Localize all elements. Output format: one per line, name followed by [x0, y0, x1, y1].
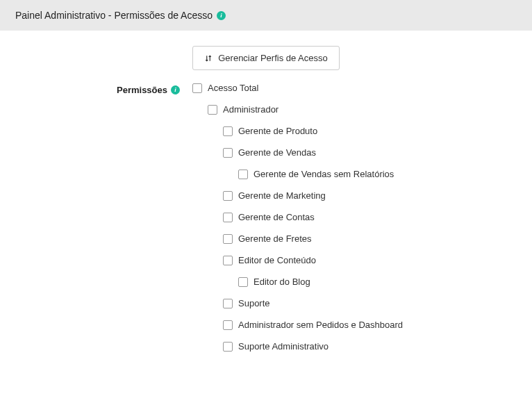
permission-item: Administrador	[192, 104, 517, 115]
permission-label: Gerente de Vendas	[238, 147, 316, 158]
permission-label: Gerente de Marketing	[238, 190, 326, 201]
permission-item: Suporte	[192, 298, 517, 308]
permission-label: Gerente de Produto	[238, 126, 317, 136]
permission-checkbox[interactable]	[223, 126, 233, 136]
info-icon[interactable]: i	[171, 85, 180, 94]
permission-label: Suporte Administrativo	[238, 341, 329, 352]
permission-item: Editor de Conteúdo	[192, 255, 517, 265]
permission-checkbox[interactable]	[238, 277, 248, 287]
manage-profiles-button[interactable]: Gerenciar Perfis de Acesso	[192, 46, 340, 70]
permission-checkbox[interactable]	[192, 83, 202, 93]
permission-item: Gerente de Vendas sem Relatórios	[192, 169, 517, 179]
info-icon[interactable]: i	[217, 11, 226, 20]
toolbar: Gerenciar Perfis de Acesso	[0, 31, 532, 83]
manage-profiles-label: Gerenciar Perfis de Acesso	[218, 53, 328, 63]
permission-label: Suporte	[238, 298, 270, 308]
permission-item: Suporte Administrativo	[192, 341, 517, 352]
permissions-section: Permissões i Acesso TotalAdministradorGe…	[0, 83, 532, 363]
permission-item: Gerente de Marketing	[192, 190, 517, 201]
permission-item: Gerente de Produto	[192, 126, 517, 136]
permission-checkbox[interactable]	[223, 234, 233, 244]
permission-item: Acesso Total	[192, 83, 517, 93]
page-title: Painel Administrativo - Permissões de Ac…	[15, 10, 213, 21]
permission-checkbox[interactable]	[223, 191, 233, 201]
permission-item: Editor do Blog	[192, 277, 517, 287]
permission-checkbox[interactable]	[223, 320, 233, 330]
permission-checkbox[interactable]	[208, 105, 217, 115]
permission-checkbox[interactable]	[223, 342, 233, 352]
permission-item: Administrador sem Pedidos e Dashboard	[192, 320, 517, 330]
permission-item: Gerente de Fretes	[192, 233, 517, 244]
permission-checkbox[interactable]	[223, 213, 233, 222]
sort-icon	[204, 54, 213, 63]
permission-label: Gerente de Fretes	[238, 233, 312, 244]
permission-item: Gerente de Contas	[192, 212, 517, 222]
permission-label: Gerente de Vendas sem Relatórios	[253, 169, 394, 179]
permission-label: Administrador sem Pedidos e Dashboard	[238, 320, 403, 330]
permission-label: Administrador	[223, 104, 279, 115]
permission-checkbox[interactable]	[238, 170, 248, 179]
permission-label: Gerente de Contas	[238, 212, 315, 222]
permission-checkbox[interactable]	[223, 299, 233, 308]
permission-item: Gerente de Vendas	[192, 147, 517, 158]
permissions-tree: Acesso TotalAdministradorGerente de Prod…	[192, 83, 517, 363]
page-header: Painel Administrativo - Permissões de Ac…	[0, 0, 532, 31]
permissions-label-text: Permissões	[117, 85, 167, 95]
permission-checkbox[interactable]	[223, 256, 233, 265]
permissions-side-label: Permissões i	[15, 83, 192, 95]
permission-label: Acesso Total	[208, 83, 258, 93]
permission-label: Editor de Conteúdo	[238, 255, 316, 265]
permission-checkbox[interactable]	[223, 148, 233, 158]
permission-label: Editor do Blog	[253, 277, 310, 287]
